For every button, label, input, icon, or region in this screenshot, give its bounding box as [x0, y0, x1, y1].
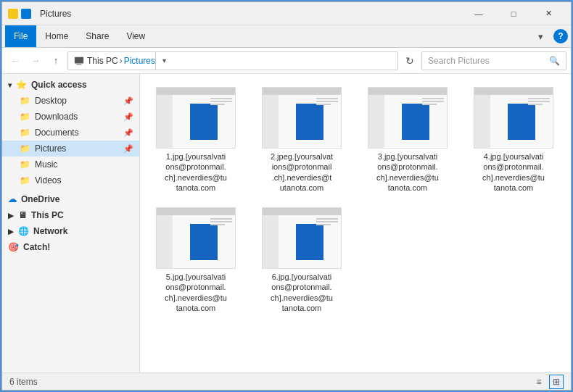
- file-item-6[interactable]: 6.jpg.[yoursalvati ons@protonmail. ch].n…: [255, 203, 349, 317]
- address-dropdown-button[interactable]: ▾: [155, 51, 173, 70]
- status-bar: 6 items ≡ ⊞: [2, 372, 571, 390]
- file-name-6: 6.jpg.[yoursalvati ons@protonmail. ch].n…: [258, 272, 345, 313]
- view-grid-button[interactable]: ⊞: [549, 375, 564, 389]
- svg-rect-1: [77, 64, 82, 64]
- file-item-4[interactable]: 4.jpg.[yoursalvati ons@protonmail. ch].n…: [466, 83, 561, 197]
- file-item-5[interactable]: 5.jpg.[yoursalvati ons@protonmail. ch].n…: [149, 203, 243, 317]
- chevron-right-icon: ▶: [8, 212, 14, 220]
- network-label: Network: [33, 226, 67, 236]
- title-controls: — □ ✕: [462, 3, 565, 25]
- path-folder-label: Pictures: [124, 56, 155, 66]
- ribbon: File Home Share View ▾ ?: [2, 25, 571, 48]
- sidebar-item-desktop[interactable]: 📁 Desktop 📌: [2, 93, 139, 109]
- sidebar-network-header[interactable]: ▶ 🌐 Network: [2, 223, 139, 239]
- title-icons: [8, 9, 31, 19]
- path-pc-label: This PC: [87, 56, 118, 66]
- catch-label: Catch!: [23, 242, 50, 252]
- search-placeholder: Search Pictures: [428, 56, 549, 66]
- sidebar-item-pictures[interactable]: 📁 Pictures 📌: [2, 141, 139, 157]
- file-thumbnail-5: [156, 207, 236, 269]
- computer-icon: [74, 56, 84, 66]
- file-thumbnail-6: [262, 207, 342, 269]
- close-button[interactable]: ✕: [532, 3, 565, 25]
- maximize-button[interactable]: □: [497, 3, 530, 25]
- file-thumbnail-1: [156, 87, 236, 149]
- catch-icon: 🎯: [8, 242, 19, 252]
- file-name-3: 3.jpg.[yoursalvati ons@protonmail. ch].n…: [364, 151, 451, 193]
- pin-icon-pictures: 📌: [123, 144, 133, 154]
- explorer-window: Pictures — □ ✕ File Home Share View ▾ ? …: [1, 1, 572, 391]
- sidebar-item-documents[interactable]: 📁 Documents 📌: [2, 125, 139, 141]
- pin-icon-downloads: 📌: [123, 112, 133, 122]
- quick-access-label: Quick access: [31, 80, 87, 90]
- file-name-4: 4.jpg.[yoursalvati ons@protonmail. ch].n…: [470, 151, 557, 193]
- address-path[interactable]: This PC › Pictures ▾: [67, 51, 398, 70]
- sidebar-thispc-header[interactable]: ▶ 🖥 This PC: [2, 207, 139, 223]
- sidebar-item-music[interactable]: 📁 Music: [2, 157, 139, 172]
- file-item-2[interactable]: 2.jpeg.[yoursalvat ions@protonmail .ch].…: [255, 83, 349, 197]
- path-pc: [74, 55, 87, 66]
- sidebar-item-videos[interactable]: 📁 Videos: [2, 172, 139, 188]
- downloads-folder-icon: 📁: [20, 112, 30, 122]
- tab-share[interactable]: Share: [77, 25, 118, 47]
- sidebar-quick-access-header[interactable]: ▾ ⭐ Quick access: [2, 77, 139, 93]
- pictures-folder-icon: 📁: [20, 143, 30, 154]
- documents-folder-icon: 📁: [20, 128, 30, 138]
- back-button[interactable]: ←: [7, 52, 24, 70]
- thispc-label: This PC: [31, 210, 64, 220]
- ribbon-tabs: File Home Share View ▾ ?: [2, 25, 571, 47]
- status-right: ≡ ⊞: [532, 375, 564, 389]
- sidebar-item-label-pictures: Pictures: [35, 143, 66, 154]
- videos-folder-icon: 📁: [20, 175, 30, 185]
- pin-icon-documents: 📌: [123, 128, 133, 138]
- address-bar: ← → ↑ This PC › Pictures ▾ ↻ Search Pict…: [2, 48, 571, 74]
- help-button[interactable]: ?: [553, 29, 568, 43]
- view-list-button[interactable]: ≡: [532, 375, 546, 389]
- file-thumbnail-4: [474, 87, 553, 149]
- sidebar-item-label-music: Music: [35, 159, 57, 170]
- file-name-2: 2.jpeg.[yoursalvat ions@protonmail .ch].…: [258, 151, 345, 193]
- sidebar-item-label-videos: Videos: [35, 175, 61, 185]
- tab-view[interactable]: View: [118, 25, 154, 47]
- search-box[interactable]: Search Pictures 🔍: [421, 51, 566, 70]
- title-bar: Pictures — □ ✕: [2, 2, 571, 25]
- file-name-5: 5.jpg.[yoursalvati ons@protonmail. ch].n…: [152, 272, 239, 313]
- file-grid: 1.jpg.[yoursalvati ons@protonmail. ch].n…: [149, 83, 562, 317]
- music-folder-icon: 📁: [20, 159, 30, 170]
- sidebar-item-label-documents: Documents: [35, 128, 79, 138]
- path-separator-1: ›: [120, 56, 123, 66]
- file-item-1[interactable]: 1.jpg.[yoursalvati ons@protonmail. ch].n…: [149, 83, 243, 197]
- sidebar: ▾ ⭐ Quick access 📁 Desktop 📌 📁 Downloads…: [2, 74, 140, 372]
- svg-rect-0: [75, 57, 83, 64]
- tab-home[interactable]: Home: [36, 25, 77, 47]
- file-thumbnail-2: [262, 87, 342, 149]
- thispc-icon: 🖥: [18, 210, 27, 220]
- content-area: 1.jpg.[yoursalvati ons@protonmail. ch].n…: [140, 74, 571, 372]
- minimize-button[interactable]: —: [462, 3, 495, 25]
- sidebar-onedrive-header[interactable]: ☁ OneDrive: [2, 191, 139, 207]
- search-icon: 🔍: [549, 56, 560, 66]
- main-layout: ▾ ⭐ Quick access 📁 Desktop 📌 📁 Downloads…: [2, 74, 571, 372]
- tab-file[interactable]: File: [5, 25, 36, 47]
- sidebar-item-downloads[interactable]: 📁 Downloads 📌: [2, 109, 139, 125]
- sidebar-catch-header[interactable]: 🎯 Catch!: [2, 239, 139, 255]
- title-icon-yellow: [8, 9, 18, 19]
- onedrive-icon: ☁: [8, 194, 17, 204]
- chevron-right-icon-network: ▶: [8, 228, 14, 235]
- ribbon-collapse-button[interactable]: ▾: [532, 28, 549, 45]
- file-item-3[interactable]: 3.jpg.[yoursalvati ons@protonmail. ch].n…: [360, 83, 455, 197]
- item-count-label: 6 items: [9, 377, 38, 387]
- desktop-folder-icon: 📁: [20, 96, 30, 106]
- up-button[interactable]: ↑: [47, 52, 65, 70]
- title-icon-blue: [21, 9, 31, 19]
- forward-button[interactable]: →: [27, 52, 44, 70]
- file-thumbnail-3: [368, 87, 448, 149]
- network-icon: 🌐: [18, 226, 29, 236]
- sidebar-item-label-desktop: Desktop: [35, 96, 67, 106]
- quick-access-icon: ⭐: [16, 80, 27, 90]
- chevron-down-icon: ▾: [8, 81, 12, 89]
- window-title: Pictures: [40, 9, 462, 19]
- refresh-button[interactable]: ↻: [401, 52, 419, 70]
- ribbon-right: ▾ ?: [532, 28, 568, 45]
- onedrive-label: OneDrive: [21, 194, 59, 204]
